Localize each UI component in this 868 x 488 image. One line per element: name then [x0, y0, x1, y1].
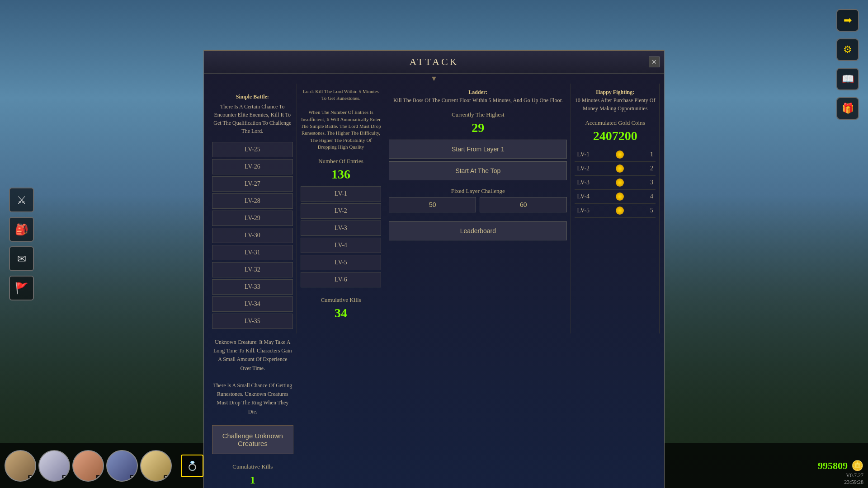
fixed-layer-label: Fixed Layer Challenge — [389, 188, 567, 195]
level-btn-26[interactable]: LV-26 — [212, 159, 293, 174]
entry-lv1[interactable]: LV-1 — [301, 186, 382, 202]
simple-battle-description: Simple Battle: There Is A Certain Chance… — [212, 88, 293, 135]
challenge-unknown-button[interactable]: Challenge Unknown Creatures — [212, 425, 293, 454]
coin-row-1-level: LV-1 — [577, 151, 590, 158]
flag-icon[interactable]: 🚩 — [9, 276, 34, 300]
mail-icon[interactable]: ✉ — [9, 246, 34, 271]
level-list: LV-25 LV-26 LV-27 LV-28 LV-29 LV-30 LV-3… — [212, 142, 293, 329]
version-text: V0.7.27 — [844, 472, 863, 479]
coin-icon-4 — [616, 192, 624, 201]
coin-icon-2 — [616, 164, 624, 173]
gift-icon[interactable]: 🎁 — [836, 97, 859, 120]
char-slot-1[interactable]: 74 — [5, 450, 36, 482]
col-unknown-creature: Unknown Creature: It May Take A Long Tim… — [208, 333, 297, 488]
entries-value: 136 — [301, 167, 382, 182]
version-info: V0.7.27 23:59:28 — [844, 472, 863, 486]
entry-lv2[interactable]: LV-2 — [301, 203, 382, 219]
coin-row-5-value: 5 — [650, 207, 653, 214]
coin-row-3-value: 3 — [650, 179, 653, 186]
cumulative-section: Cumulative Kills 34 — [301, 296, 382, 320]
currency-icon: 🪙 — [851, 460, 863, 472]
gold-label: Accumulated Gold Coins — [575, 119, 656, 127]
fixed-layer-section: Fixed Layer Challenge — [389, 188, 567, 212]
sword-icon[interactable]: ⚔ — [9, 188, 34, 212]
leaderboard-button[interactable]: Leaderboard — [389, 221, 567, 240]
col-ladder: Ladder: Kill The Boss Of The Current Flo… — [385, 84, 571, 333]
level-btn-27[interactable]: LV-27 — [212, 176, 293, 192]
bag-icon[interactable]: 🎒 — [9, 217, 34, 242]
currency-value: 995809 — [818, 460, 848, 472]
char-slot-5[interactable]: 74 — [140, 450, 172, 482]
unknown-cumulative-label: Cumulative Kills — [212, 463, 293, 470]
char-5-level: 74 — [164, 475, 171, 481]
challenge-btn-label: Challenge Unknown Creatures — [222, 432, 283, 447]
col-happy-fighting: Happy Fighting: 10 Minutes After Purchas… — [571, 84, 660, 333]
left-sidebar: ⚔ 🎒 ✉ 🚩 — [9, 188, 34, 300]
coin-row-3: LV-3 3 — [575, 176, 656, 190]
currency-display: 995809 🪙 — [818, 460, 863, 472]
unknown-cumulative-value: 1 — [212, 474, 293, 486]
gear-icon[interactable]: ⚙ — [836, 38, 859, 61]
coin-row-2-level: LV-2 — [577, 165, 590, 172]
coin-row-4-level: LV-4 — [577, 193, 590, 200]
coin-row-2: LV-2 2 — [575, 162, 656, 176]
coin-row-3-level: LV-3 — [577, 179, 590, 186]
char-slot-3[interactable]: 66 — [72, 450, 104, 482]
gold-value: 2407200 — [575, 129, 656, 143]
time-text: 23:59:28 — [844, 479, 863, 486]
coin-icon-3 — [616, 178, 624, 187]
level-btn-30[interactable]: LV-30 — [212, 228, 293, 243]
level-btn-33[interactable]: LV-33 — [212, 279, 293, 295]
char-3-level: 66 — [96, 475, 103, 481]
level-btn-29[interactable]: LV-29 — [212, 211, 293, 226]
char-4-level: 74 — [130, 475, 137, 481]
entry-list: LV-1 LV-2 LV-3 LV-4 LV-5 LV-6 — [301, 186, 382, 287]
col-simple-battle: Simple Battle: There Is A Certain Chance… — [208, 84, 297, 333]
happy-fighting-description: Happy Fighting: 10 Minutes After Purchas… — [575, 88, 656, 113]
coin-row-5: LV-5 5 — [575, 204, 656, 218]
level-btn-34[interactable]: LV-34 — [212, 296, 293, 312]
level-btn-25[interactable]: LV-25 — [212, 142, 293, 157]
cumulative-value: 34 — [301, 306, 382, 320]
dialog-header: ATTACK ✕ — [204, 51, 664, 74]
coin-row-4-value: 4 — [650, 193, 653, 200]
coin-row-5-level: LV-5 — [577, 207, 590, 214]
highest-label: Currently The Highest — [389, 111, 567, 118]
coin-row-1-value: 1 — [650, 151, 653, 158]
fixed-layer-inputs — [389, 197, 567, 212]
attack-dialog: ATTACK ✕ ▼ Simple Battle: There Is A Cer… — [203, 50, 665, 488]
coin-icon-5 — [616, 206, 624, 215]
fixed-layer-input-1[interactable] — [389, 197, 476, 212]
level-btn-31[interactable]: LV-31 — [212, 245, 293, 260]
char-slot-4[interactable]: 74 — [106, 450, 138, 482]
char-slot-2[interactable]: 74 — [38, 450, 70, 482]
level-btn-28[interactable]: LV-28 — [212, 193, 293, 209]
fixed-layer-input-2[interactable] — [480, 197, 567, 212]
inv-slot-1[interactable]: 💍 — [181, 455, 203, 477]
dialog-body: Simple Battle: There Is A Certain Chance… — [204, 84, 664, 488]
dialog-arrow: ▼ — [204, 75, 664, 83]
coin-rows: LV-1 1 LV-2 2 LV-3 3 LV-4 4 — [575, 148, 656, 218]
coin-row-4: LV-4 4 — [575, 190, 656, 204]
arrow-right-icon[interactable]: ➡ — [836, 9, 859, 32]
col-lord-details: Lord: Kill The Lord Within 5 Minutes To … — [297, 84, 386, 333]
level-btn-35[interactable]: LV-35 — [212, 314, 293, 329]
close-button[interactable]: ✕ — [649, 56, 660, 67]
entry-lv3[interactable]: LV-3 — [301, 221, 382, 236]
char-1-level: 74 — [28, 475, 35, 481]
start-from-layer-button[interactable]: Start From Layer 1 — [389, 140, 567, 159]
book-icon[interactable]: 📖 — [836, 68, 859, 90]
coin-row-1: LV-1 1 — [575, 148, 656, 162]
start-at-top-button[interactable]: Start At The Top — [389, 161, 567, 180]
unknown-creature-description: Unknown Creature: It May Take A Long Tim… — [212, 338, 293, 416]
entry-lv6[interactable]: LV-6 — [301, 272, 382, 287]
dialog-title: ATTACK — [409, 56, 458, 67]
char-2-level: 74 — [62, 475, 69, 481]
right-sidebar: ➡ ⚙ 📖 🎁 — [836, 9, 859, 120]
entry-lv5[interactable]: LV-5 — [301, 255, 382, 270]
coin-row-2-value: 2 — [650, 165, 653, 172]
level-btn-32[interactable]: LV-32 — [212, 262, 293, 277]
entry-lv4[interactable]: LV-4 — [301, 238, 382, 253]
character-slots: 74 74 66 74 74 — [5, 450, 172, 482]
cumulative-label: Cumulative Kills — [301, 296, 382, 304]
